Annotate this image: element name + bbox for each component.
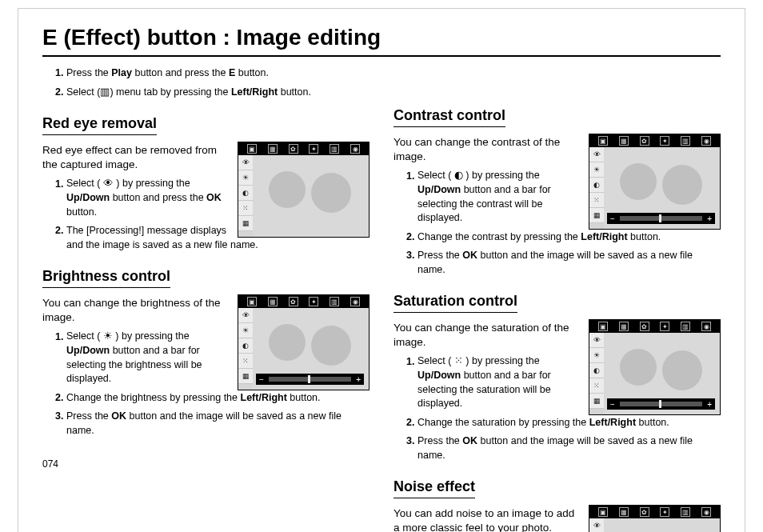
side-eye-icon: 👁 — [238, 155, 253, 170]
tab-icon: ▦ — [619, 507, 629, 517]
tab-icon: ✦ — [309, 144, 318, 154]
page-number: 074 — [42, 458, 370, 470]
tab-icon: ✿ — [640, 322, 649, 331]
preview-photo — [253, 155, 369, 237]
brightness-slider: − + — [256, 374, 364, 385]
screenshot-saturation: ▣ ▦ ✿ ✦ ▥ ◉ 👁 ☀ ◐ ⁙ — [589, 319, 721, 415]
tab-icon: ▥ — [681, 136, 690, 146]
intro-steps: Press the Play button and press the E bu… — [42, 66, 386, 99]
side-sat-icon: ⁙ — [238, 354, 253, 369]
right-column: Contrast control ▣ ▦ ✿ ✦ ▥ ◉ — [393, 104, 721, 532]
tab-icon: ▥ — [681, 322, 690, 331]
sun-icon: ☀ — [103, 330, 113, 344]
tab-icon: ▦ — [268, 144, 278, 154]
tab-icon: ▦ — [268, 297, 278, 306]
tab-icon: ▥ — [330, 297, 339, 306]
section-contrast: Contrast control ▣ ▦ ✿ ✦ ▥ ◉ — [393, 96, 721, 282]
side-noise-icon: ▦ — [238, 369, 253, 384]
tab-icon: ▣ — [598, 322, 608, 331]
page-title: E (Effect) button : Image editing — [42, 25, 721, 57]
plus-icon: + — [356, 375, 361, 384]
side-sun-icon: ☀ — [238, 170, 253, 186]
side-sun-icon: ☀ — [589, 162, 604, 178]
plus-icon: + — [707, 214, 712, 223]
side-eye-icon: 👁 — [589, 333, 604, 348]
heading-contrast: Contrast control — [393, 107, 505, 127]
screenshot-contrast: ▣ ▦ ✿ ✦ ▥ ◉ 👁 ☀ ◐ ⁙ — [589, 134, 721, 230]
tab-icon: ▣ — [247, 297, 257, 306]
section-red-eye: Red eye removal ▣ ▦ ✿ ✦ ▥ ◉ — [42, 104, 370, 257]
tab-icon: ▦ — [619, 322, 629, 331]
section-saturation: Saturation control ▣ ▦ ✿ ✦ ▥ ◉ — [393, 282, 721, 467]
tab-icon: ▣ — [598, 507, 608, 517]
eye-icon: 👁 — [103, 177, 114, 191]
side-eye-icon: 👁 — [589, 147, 604, 162]
brightness-step-3: Press the OK button and the image will b… — [66, 410, 370, 438]
tab-icon: ◉ — [701, 507, 711, 517]
plus-icon: + — [707, 400, 712, 409]
minus-icon: − — [259, 375, 264, 384]
tab-icon: ✦ — [309, 297, 318, 306]
side-eye-icon: 👁 — [589, 518, 604, 532]
tab-icon: ◉ — [350, 144, 360, 154]
half-circle-icon: ◐ — [454, 169, 463, 183]
contrast-step-2: Change the contrast by pressing the Left… — [417, 230, 721, 245]
heading-saturation: Saturation control — [393, 293, 517, 313]
contrast-step-3: Press the OK button and the image will b… — [417, 249, 721, 277]
side-noise-icon: ▦ — [589, 394, 604, 409]
tab-icon: ✦ — [660, 322, 669, 331]
section-noise: Noise effect ▣ ▦ ✿ ✦ ▥ ◉ � — [393, 467, 721, 532]
tab-icon: ✿ — [289, 144, 298, 154]
side-contrast-icon: ◐ — [238, 338, 253, 354]
tab-icon: ✿ — [289, 297, 298, 306]
heading-noise: Noise effect — [393, 478, 475, 498]
dots-icon: ⁙ — [454, 354, 463, 369]
side-contrast-icon: ◐ — [589, 178, 604, 193]
saturation-step-3: Press the OK button and the image will b… — [417, 434, 721, 462]
side-sun-icon: ☀ — [589, 348, 604, 363]
side-contrast-icon: ◐ — [589, 363, 604, 378]
side-noise-icon: ▦ — [238, 216, 253, 231]
side-eye-icon: 👁 — [238, 308, 253, 323]
saturation-slider: − + — [607, 398, 715, 410]
tab-icon: ✿ — [640, 507, 649, 517]
side-contrast-icon: ◐ — [238, 186, 253, 201]
minus-icon: − — [610, 214, 615, 223]
tab-icon: ◉ — [701, 322, 711, 331]
tab-icon: ✦ — [660, 507, 669, 517]
saturation-step-2: Change the saturation by pressing the Le… — [417, 416, 721, 430]
tab-icon: ◉ — [701, 136, 711, 146]
tab-icon: ◉ — [350, 297, 360, 306]
section-brightness: Brightness control ▣ ▦ ✿ ✦ ▥ ◉ — [42, 257, 370, 442]
tab-icon: ✦ — [660, 136, 669, 146]
preview-photo — [604, 518, 720, 532]
tab-icon: ▥ — [330, 144, 339, 154]
screenshot-red-eye: ▣ ▦ ✿ ✦ ▥ ◉ 👁 ☀ ◐ ⁙ — [238, 142, 370, 238]
manual-page: E (Effect) button : Image editing Press … — [18, 8, 745, 532]
tab-icon: ▣ — [598, 136, 608, 146]
left-column: Red eye removal ▣ ▦ ✿ ✦ ▥ ◉ — [42, 104, 370, 532]
heading-brightness: Brightness control — [42, 268, 170, 288]
side-noise-icon: ▦ — [589, 208, 604, 223]
side-sat-icon: ⁙ — [589, 193, 604, 208]
tab-icon: ▥ — [681, 507, 690, 517]
intro-step-2: Select (▥) menu tab by pressing the Left… — [66, 86, 386, 100]
screenshot-brightness: ▣ ▦ ✿ ✦ ▥ ◉ 👁 ☀ ◐ ⁙ — [238, 294, 370, 390]
menu-tab-icon: ▥ — [100, 86, 110, 100]
tab-icon: ✿ — [640, 136, 649, 146]
tab-icon: ▦ — [619, 136, 629, 146]
side-sat-icon: ⁙ — [238, 201, 253, 216]
screenshot-noise: ▣ ▦ ✿ ✦ ▥ ◉ 👁 ☀ ◐ ⁙ — [589, 505, 721, 532]
heading-red-eye: Red eye removal — [42, 115, 157, 135]
intro-step-1: Press the Play button and press the E bu… — [66, 66, 386, 81]
tab-icon: ▣ — [247, 144, 257, 154]
side-sun-icon: ☀ — [238, 323, 253, 338]
minus-icon: − — [610, 400, 615, 409]
brightness-step-2: Change the brightness by pressing the Le… — [66, 391, 370, 406]
contrast-slider: − + — [607, 213, 715, 224]
side-sat-icon: ⁙ — [589, 378, 604, 394]
